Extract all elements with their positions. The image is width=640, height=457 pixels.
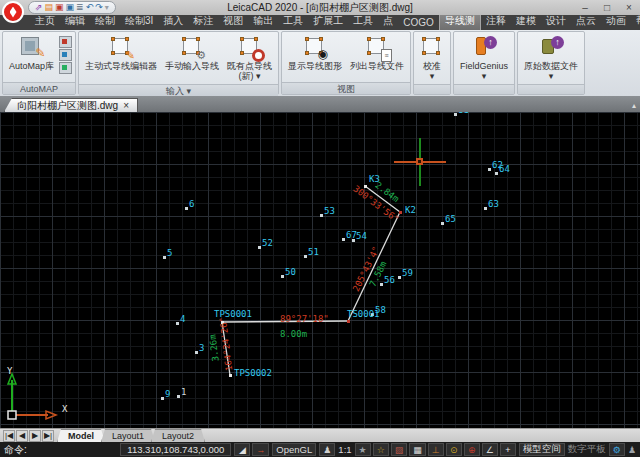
automap-small-buttons [59,34,72,74]
menu-tab-绘制3I[interactable]: 绘制3I [120,15,158,30]
grid-toggle-icon[interactable]: ▦ [409,443,426,456]
input-group-arrow-icon: ▾ [187,86,192,96]
automap-layer-icon[interactable] [59,36,72,48]
point-label-9: 9 [165,389,170,399]
isolate-objects-icon[interactable]: ▨ [391,443,408,456]
layout-nav-button-1[interactable]: ◀ [16,430,28,442]
layout-nav-button-0[interactable]: |◀ [3,430,15,442]
station-label-TS0001: TS0001 [347,309,380,319]
traverse-editor-icon: ✎ [109,35,133,59]
menu-tab-点云[interactable]: 点云 [571,15,601,30]
menu-tab-编辑[interactable]: 编辑 [60,15,90,30]
automap-symbols-icon[interactable] [59,62,72,74]
opengl-button[interactable]: OpenGL [272,443,316,456]
input-group-label: 输入 ▾ [79,84,278,96]
model-paper-toggle-icon[interactable]: ◢ [234,443,250,456]
menu-tab-视图[interactable]: 视图 [218,15,248,30]
point-marker [352,239,355,242]
app-logo-icon[interactable] [2,1,24,23]
point-marker [342,238,345,241]
point-marker [320,214,323,217]
point-marker [258,246,261,249]
menu-tab-导线测[interactable]: 导线测 [439,15,481,30]
menu-tab-绘制[interactable]: 绘制 [90,15,120,30]
point-label-3: 3 [199,343,204,353]
menu-tab-建模[interactable]: 建模 [511,15,541,30]
menu-tab-工具[interactable]: 工具 [348,15,378,30]
model-space-button[interactable]: 模型空间 [519,443,565,456]
menu-tab-标注[interactable]: 标注 [188,15,218,30]
point-marker [484,207,487,210]
existing-points-traverse-button[interactable]: 既有点导线 (新) ▾ [224,34,275,82]
ribbon-tab-bar: 主页编辑绘制绘制3I插入标注视图输出工具扩展工工具点COGO导线测注释建模设计点… [0,15,640,30]
point-marker [185,207,188,210]
menu-tab-设计[interactable]: 设计 [541,15,571,30]
document-close-icon[interactable]: × [123,100,129,111]
show-traverse-graphics-button[interactable]: ◉ 显示导线图形 [285,34,345,80]
point-label-50: 50 [285,267,296,277]
command-line[interactable]: 命令: [4,443,117,457]
menu-tab-帮助[interactable]: 帮助 [631,15,640,30]
annotation-visibility-icon[interactable]: ★ [355,443,371,456]
ribbon-group-calibrate: 校准 ▾ [413,31,451,95]
menu-tab-点[interactable]: 点 [378,15,398,30]
point-label-59: 59 [402,268,413,278]
manual-input-traverse-button[interactable]: ⚙ 手动输入导线 [162,34,222,82]
point-label-51: 51 [308,247,319,257]
point-marker [177,395,180,398]
user-icon[interactable]: ♟ [319,443,335,456]
menu-tab-COGO[interactable]: COGO [398,16,439,30]
list-traverse-file-button[interactable]: ≡ 列出导线文件 [347,34,407,80]
menu-tab-动画[interactable]: 动画 [601,15,631,30]
object-snap-icon[interactable]: ⊕ [464,443,480,456]
leg-angle-label: 89°27'18" [280,314,329,324]
point-label-1: 1 [181,387,186,397]
menu-tab-主页[interactable]: 主页 [30,15,60,30]
traverse-lines [0,112,640,428]
maximize-button[interactable]: □ [596,1,618,15]
station-label-TPS0002: TPS0002 [234,368,272,378]
layout-tab-Layout2[interactable]: Layout2 [151,429,205,442]
document-tab-bar: 向阳村棚户区测图.dwg × ▴ [0,96,640,112]
layout-nav-button-2[interactable]: ▶ [29,430,41,442]
fieldgenius-button[interactable]: ↑ FieldGenius ▾ [457,34,511,82]
drawing-canvas[interactable]: 6162646365536552515067545956584391K3K2TS… [0,112,640,428]
scale-indicator[interactable]: 1:1 [338,444,351,455]
automap-codes-icon[interactable] [59,49,72,61]
layout-tab-Model[interactable]: Model [57,429,105,442]
layout-nav-button-3[interactable]: ▶| [42,430,54,442]
digitizer-tablet-button[interactable]: 数字平板 [568,443,606,456]
gear-icon[interactable]: ⚙ [609,443,625,456]
ribbon-group-view: ◉ 显示导线图形 ≡ 列出导线文件 视图 [281,31,411,95]
point-label-63: 63 [488,199,499,209]
active-traverse-editor-button[interactable]: ✎ 主动式导线编辑器 [82,34,160,82]
point-label-4: 4 [180,314,185,324]
point-marker [161,397,164,400]
menu-tab-注释[interactable]: 注释 [481,15,511,30]
menu-tab-插入[interactable]: 插入 [158,15,188,30]
ucs-icon: Y X [4,370,74,422]
ortho-toggle-icon[interactable]: ⊥ [428,443,444,456]
polar-tracking-icon[interactable]: ⊙ [446,443,462,456]
user-profile-icon[interactable]: ♟ [628,445,636,455]
coordinates-readout[interactable]: 113.310,108.743,0.000 [120,443,231,456]
trace-arrow-icon[interactable]: → [252,443,269,456]
raw-data-file-button[interactable]: ↑ 原始数据文件 ▾ [521,34,581,82]
document-tab[interactable]: 向阳村棚户区测图.dwg × [4,98,138,112]
close-button[interactable]: × [618,1,640,15]
menu-tab-工具[interactable]: 工具 [278,15,308,30]
dropdown-arrow-icon: ▾ [482,71,487,81]
calibrate-button[interactable]: 校准 ▾ [417,34,447,82]
crosshair-toggle-icon[interactable]: + [500,443,516,456]
angle-snap-icon[interactable]: ∠ [482,443,498,456]
menu-tab-输出[interactable]: 输出 [248,15,278,30]
minimize-button[interactable]: – [574,1,596,15]
layout-tab-bar: |◀◀▶▶| ModelLayout1Layout2 [0,428,640,442]
annotation-autoscale-icon[interactable]: ☆ [373,443,389,456]
point-marker [195,351,198,354]
ribbon-collapse-icon[interactable]: ▴ [632,101,636,110]
automap-library-button[interactable]: ✎ AutoMap库 [6,34,57,80]
menu-tab-扩展工[interactable]: 扩展工 [308,15,348,30]
application-window: ⇗▤▣▣≣↶↷▾ LeicaCAD 2020 - [向阳村棚户区测图.dwg] … [0,0,640,457]
layout-tab-Layout1[interactable]: Layout1 [101,429,155,442]
